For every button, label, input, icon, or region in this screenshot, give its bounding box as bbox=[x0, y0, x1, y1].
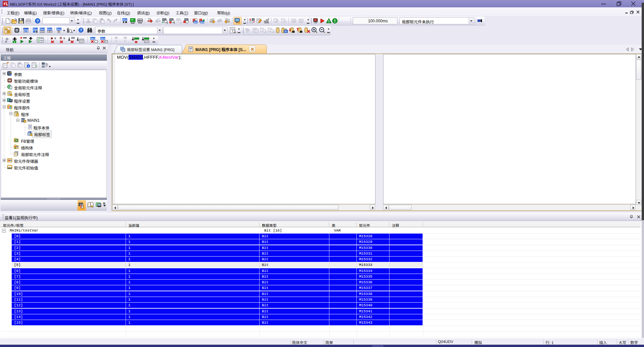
svg-text:IL: IL bbox=[285, 28, 287, 30]
svg-text:Dev: Dev bbox=[123, 18, 128, 21]
svg-text:?: ? bbox=[36, 19, 39, 23]
svg-text:ST: ST bbox=[29, 125, 31, 127]
svg-text:i: i bbox=[28, 65, 29, 68]
svg-text:Dev: Dev bbox=[194, 21, 198, 23]
svg-text:Dev: Dev bbox=[40, 28, 45, 31]
svg-text:Dev: Dev bbox=[57, 28, 62, 31]
svg-text:HEX: HEX bbox=[138, 19, 143, 22]
svg-text:Dev: Dev bbox=[91, 37, 96, 40]
svg-text:Sq: Sq bbox=[315, 21, 317, 23]
svg-text:Dev: Dev bbox=[101, 37, 106, 40]
svg-text:Dev: Dev bbox=[47, 28, 52, 31]
svg-text:Dev: Dev bbox=[200, 21, 204, 23]
svg-text:?: ? bbox=[80, 28, 82, 32]
svg-text:Dev: Dev bbox=[33, 28, 38, 31]
svg-text:ST: ST bbox=[189, 47, 192, 49]
